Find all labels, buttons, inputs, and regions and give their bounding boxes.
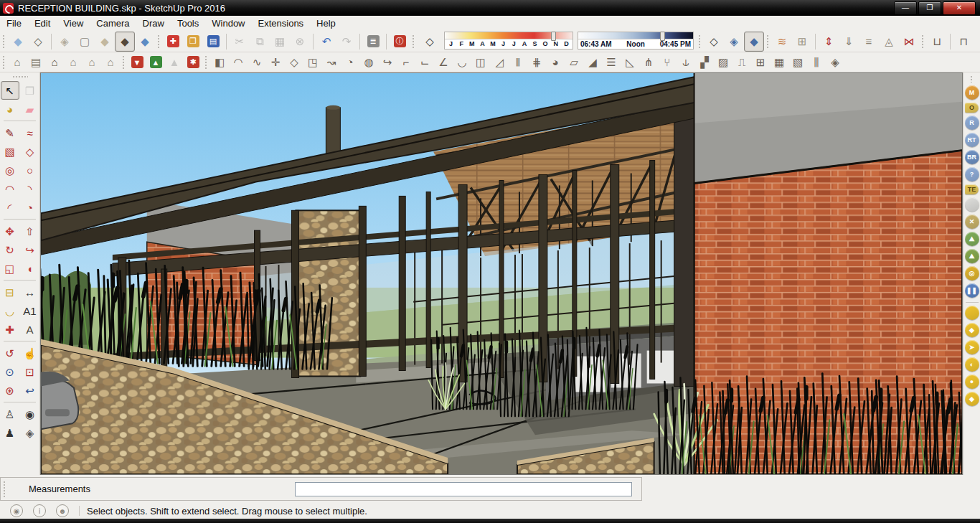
sandbox-from-scratch[interactable]: ⊞ xyxy=(792,32,812,52)
view-top[interactable]: ▤ xyxy=(27,53,45,72)
model-info[interactable]: ⓘ xyxy=(390,32,410,52)
hidden-line-style[interactable]: ▢ xyxy=(75,32,95,52)
sandbox-from-contours[interactable]: ≋ xyxy=(772,32,792,52)
redo[interactable]: ↷ xyxy=(336,32,357,52)
select-tool[interactable]: ↖ xyxy=(1,81,19,100)
plugin-moon[interactable]: ◐ xyxy=(965,357,979,372)
undo[interactable]: ↶ xyxy=(316,32,336,52)
new-file[interactable]: ✚ xyxy=(163,32,183,52)
polygon-tool[interactable]: ○ xyxy=(21,161,39,179)
plugin-ramp-tool[interactable]: ◺ xyxy=(621,53,639,72)
circle-tool[interactable]: ◎ xyxy=(1,161,19,179)
toolbar-grip[interactable] xyxy=(766,34,770,49)
toolbar-grip[interactable] xyxy=(122,55,126,70)
solid-intersect[interactable]: ⊓ xyxy=(953,32,974,52)
plugin-render-r[interactable]: R xyxy=(965,116,979,130)
plugin-render-br[interactable]: BR xyxy=(965,150,979,164)
toolbar-grip[interactable] xyxy=(698,34,702,49)
plugin-sphere[interactable] xyxy=(965,197,979,212)
plugin-door-tool[interactable]: ⎍ xyxy=(732,53,751,72)
plugin-axes-mark[interactable]: ✛ xyxy=(266,53,285,72)
zoom-tool[interactable]: ⊙ xyxy=(1,362,19,381)
plugin-curve-tool[interactable]: ↝ xyxy=(322,53,341,72)
plugin-hatch-tool[interactable]: ▧ xyxy=(788,53,807,72)
title-bar[interactable]: RECEPTION BUILDING.skp - SketchUp Pro 20… xyxy=(0,0,980,16)
arc-3point-tool[interactable]: ◜ xyxy=(1,198,19,217)
view-iso[interactable]: ⌂ xyxy=(8,53,27,72)
plugin-dome-tool[interactable]: ◕ xyxy=(546,53,565,72)
plugin-pause[interactable]: ❚❚ xyxy=(965,283,979,298)
viewport-canvas[interactable] xyxy=(40,72,963,475)
menu-item-help[interactable]: Help xyxy=(310,17,342,30)
plugin-lattice-tool[interactable]: ▦ xyxy=(770,53,788,72)
line-tool[interactable]: ✎ xyxy=(1,123,19,142)
date-slider-handle[interactable] xyxy=(551,32,556,41)
print[interactable]: ≣ xyxy=(363,32,383,52)
follow-me-tool[interactable]: ↪ xyxy=(21,240,39,259)
plugin-material-m[interactable]: M xyxy=(965,85,979,100)
paste[interactable]: ▦ xyxy=(270,32,290,52)
shaded-style[interactable]: ◆ xyxy=(8,32,28,52)
measurements-input[interactable] xyxy=(295,482,632,496)
tape-measure-tool[interactable]: ⊟ xyxy=(1,283,19,301)
toolbar-grip[interactable] xyxy=(412,34,415,49)
look-around-tool[interactable]: ◉ xyxy=(21,405,39,423)
solid-union[interactable]: ⊎ xyxy=(974,32,980,52)
text-tool[interactable]: A1 xyxy=(21,301,39,320)
textured-style[interactable]: ◆ xyxy=(135,32,155,52)
menu-item-extensions[interactable]: Extensions xyxy=(252,17,311,30)
plugin-opening-tool[interactable]: ◫ xyxy=(471,53,490,72)
toggle-shadows[interactable]: ◇ xyxy=(420,32,440,52)
drape[interactable]: ≡ xyxy=(859,32,879,52)
plugin-fillet-tool[interactable]: ◡ xyxy=(453,53,471,72)
plugin-help[interactable]: ? xyxy=(965,167,979,182)
plugin-cursor[interactable]: ➤ xyxy=(965,340,979,354)
outer-shell[interactable]: ⊔ xyxy=(927,32,947,52)
section-plane-cursor-tool[interactable]: ◈ xyxy=(21,423,39,442)
plugin-x-tool[interactable]: ✕ xyxy=(965,215,979,229)
toolbar-grip[interactable] xyxy=(204,55,208,70)
toolbar-grip[interactable] xyxy=(157,34,161,49)
plugin-fork-tool[interactable]: ⑂ xyxy=(658,53,677,72)
toolbar-grip[interactable] xyxy=(3,481,6,498)
display-section-cuts[interactable]: ◈ xyxy=(724,32,744,52)
save-file[interactable]: ▤ xyxy=(203,32,223,52)
plugin-plane[interactable]: ◆ xyxy=(965,323,979,337)
zoom-window-tool[interactable]: ⊡ xyxy=(21,362,39,381)
erase[interactable]: ⊗ xyxy=(290,32,310,52)
position-camera-tool[interactable]: ♙ xyxy=(1,405,19,423)
plugin-louvre-tool[interactable]: ☰ xyxy=(602,53,621,72)
orbit-tool[interactable]: ↺ xyxy=(1,344,19,362)
plugin-landscape-1[interactable]: ⛰ xyxy=(965,232,979,246)
menu-item-tools[interactable]: Tools xyxy=(171,17,205,30)
plugin-frame-tool[interactable]: ⌙ xyxy=(415,53,434,72)
get-models[interactable]: ▼ xyxy=(128,53,146,72)
plugin-diamond[interactable]: ◈ xyxy=(965,392,979,406)
arc-2point-tool[interactable]: ◠ xyxy=(1,179,19,198)
share-component[interactable]: ▲ xyxy=(165,53,184,72)
plugin-grid-tool[interactable]: ⋕ xyxy=(527,53,546,72)
offset-tool[interactable]: ◖ xyxy=(21,259,39,278)
toolbar-grip[interactable] xyxy=(921,34,925,49)
plugin-vertex-tool[interactable]: ◧ xyxy=(210,53,229,72)
plugin-columns-tool[interactable]: ⫴ xyxy=(509,53,527,72)
menu-item-draw[interactable]: Draw xyxy=(136,17,171,30)
plugin-sun[interactable] xyxy=(965,306,979,320)
toolbar-grip[interactable] xyxy=(2,34,6,49)
axes-tool[interactable]: ✚ xyxy=(1,320,19,339)
xray-style[interactable]: ◈ xyxy=(55,32,75,52)
plugin-roof-tool[interactable]: ◈ xyxy=(826,53,844,72)
walk-tool[interactable]: ♟ xyxy=(1,423,19,442)
zoom-previous-tool[interactable]: ↩ xyxy=(21,381,39,400)
view-front[interactable]: ⌂ xyxy=(45,53,64,72)
plugin-landscape-2[interactable]: ⛰ xyxy=(965,249,979,263)
plugin-freehand-pen[interactable]: ∿ xyxy=(248,53,266,72)
pie-tool[interactable]: ◔ xyxy=(21,198,39,217)
close-button[interactable]: ✕ xyxy=(943,1,976,15)
flip-edge[interactable]: ⋈ xyxy=(899,32,919,52)
plugin-corner-tool[interactable]: ⌐ xyxy=(397,53,415,72)
pan-tool[interactable]: ☝ xyxy=(21,344,39,362)
cut[interactable]: ✂ xyxy=(230,32,250,52)
menu-item-view[interactable]: View xyxy=(57,17,90,30)
plugin-wedge-tool[interactable]: ◢ xyxy=(583,53,602,72)
